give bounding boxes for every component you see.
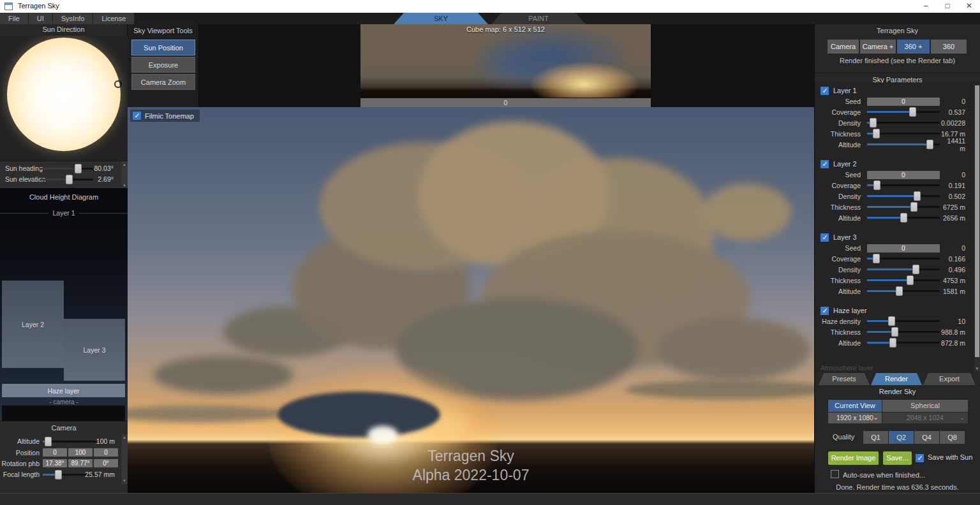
slider-track[interactable] — [867, 279, 940, 281]
slider-handle[interactable] — [873, 129, 880, 138]
param-slider[interactable] — [867, 286, 940, 296]
maximize-icon[interactable]: □ — [937, 0, 958, 13]
view-360-button[interactable]: 360 — [931, 40, 967, 54]
cloud-height-diagram[interactable]: Cloud Height Diagram Layer 1 Layer 2 Lay… — [0, 188, 128, 421]
sky-render-viewport[interactable]: Filmic Tonemap Terragen Sky Alpha 2022-1… — [128, 107, 814, 493]
autosave-checkbox[interactable] — [831, 470, 839, 478]
param-slider[interactable] — [867, 180, 940, 190]
slider-handle[interactable] — [889, 338, 896, 348]
param-slider[interactable] — [867, 118, 940, 128]
checkbox[interactable] — [820, 307, 829, 315]
slider-track[interactable] — [867, 111, 940, 113]
slider-track[interactable] — [867, 331, 940, 333]
menu-item-sysinfo[interactable]: SysInfo — [53, 13, 93, 24]
tab-export[interactable]: Export — [923, 373, 976, 385]
sun-direction-canvas[interactable] — [0, 36, 128, 161]
slider-handle[interactable] — [891, 327, 898, 337]
sun-position-indicator[interactable] — [114, 80, 122, 88]
save-with-sun-checkbox[interactable] — [916, 454, 924, 462]
position-z-field[interactable]: 0 — [94, 448, 118, 457]
render-image-button[interactable]: Render Image — [828, 451, 879, 465]
cubemap-frame-bar[interactable]: 0 — [360, 98, 651, 107]
slider-handle[interactable] — [873, 254, 880, 263]
slider-handle[interactable] — [75, 164, 82, 173]
checkbox[interactable] — [820, 160, 829, 168]
parameters-scrollbar[interactable]: ▼ — [974, 84, 980, 372]
param-slider[interactable] — [867, 107, 940, 117]
param-slider[interactable] — [867, 202, 940, 212]
sun-sliders-scrollbar[interactable]: ▲ ▼ — [121, 161, 128, 189]
checkbox[interactable] — [820, 87, 829, 95]
rotation-b-field[interactable]: 0° — [94, 459, 118, 467]
scrollbar-thumb[interactable] — [975, 85, 979, 357]
quality-q8-button[interactable]: Q8 — [940, 431, 965, 444]
scroll-up-icon[interactable]: ▲ — [121, 434, 128, 441]
camera-zoom-button[interactable]: Camera Zoom — [131, 74, 195, 90]
slider-handle[interactable] — [45, 437, 52, 446]
param-slider[interactable] — [867, 275, 940, 285]
layer3-block[interactable]: Layer 3 — [64, 319, 125, 381]
view-camera-plus-button[interactable]: Camera + — [860, 40, 896, 54]
resolution-dropdown[interactable]: 1920 x 1080 ⌄ — [828, 413, 882, 423]
param-slider[interactable] — [867, 338, 940, 348]
camera-scrollbar[interactable]: ▲ ▼ — [121, 434, 128, 484]
param-slider[interactable] — [867, 327, 940, 337]
slider-handle[interactable] — [873, 180, 880, 190]
current-view-button[interactable]: Current View — [828, 400, 882, 412]
seed-field[interactable]: 0 — [867, 98, 940, 106]
param-slider[interactable] — [867, 213, 940, 223]
slider-track[interactable] — [867, 195, 940, 197]
quality-q4-button[interactable]: Q4 — [914, 431, 939, 444]
save-button[interactable]: Save... — [883, 451, 912, 465]
tab-sky[interactable]: SKY — [394, 13, 488, 24]
param-slider[interactable] — [867, 129, 940, 138]
slider-track[interactable] — [867, 290, 940, 292]
tab-render[interactable]: Render — [871, 373, 922, 385]
param-slider[interactable] — [867, 254, 940, 263]
param-slider[interactable] — [867, 140, 940, 149]
sun-sphere[interactable] — [7, 38, 121, 151]
checkbox[interactable] — [820, 233, 829, 242]
slider-track[interactable] — [867, 122, 940, 124]
param-slider[interactable] — [867, 316, 940, 326]
spherical-button[interactable]: Spherical — [882, 400, 968, 412]
slider-handle[interactable] — [912, 265, 919, 274]
slider-handle[interactable] — [910, 202, 917, 212]
chevron-down-icon[interactable]: ⌄ — [873, 412, 879, 423]
close-icon[interactable]: ✕ — [958, 0, 980, 13]
slider-handle[interactable] — [55, 470, 62, 479]
rotation-h-field[interactable]: 89.77° — [68, 459, 93, 467]
slider-handle[interactable] — [870, 118, 877, 128]
menu-item-license[interactable]: License — [93, 13, 134, 24]
tab-paint[interactable]: PAINT — [491, 13, 586, 24]
position-x-field[interactable]: 0 — [43, 448, 67, 457]
scroll-down-icon[interactable]: ▼ — [974, 365, 980, 372]
param-slider[interactable] — [867, 191, 940, 201]
quality-q1-button[interactable]: Q1 — [863, 431, 888, 444]
position-y-field[interactable]: 100 — [68, 448, 93, 457]
sun-heading-slider[interactable] — [40, 164, 93, 173]
menu-item-ui[interactable]: UI — [29, 13, 52, 24]
exposure-button[interactable]: Exposure — [131, 57, 195, 73]
seed-field[interactable]: 0 — [867, 244, 940, 252]
minimize-icon[interactable]: – — [915, 0, 937, 13]
slider-track[interactable] — [867, 342, 940, 344]
slider-track[interactable] — [867, 320, 940, 322]
view-360-plus-button[interactable]: 360 + — [897, 40, 930, 54]
layer2-block[interactable]: Layer 2 — [2, 281, 64, 368]
checkbox[interactable] — [133, 112, 141, 120]
scroll-down-icon[interactable]: ▼ — [121, 478, 128, 484]
slider-handle[interactable] — [888, 316, 895, 326]
sun-position-button[interactable]: Sun Position — [131, 40, 195, 55]
filmic-tonemap-toggle[interactable]: Filmic Tonemap — [130, 110, 200, 122]
slider-handle[interactable] — [907, 275, 914, 285]
view-camera-button[interactable]: Camera — [828, 40, 859, 54]
slider-track[interactable] — [867, 206, 940, 208]
slider-handle[interactable] — [900, 213, 907, 223]
slider-track[interactable] — [40, 168, 93, 170]
param-slider[interactable] — [867, 265, 940, 274]
seed-field[interactable]: 0 — [867, 171, 940, 179]
scroll-up-icon[interactable]: ▲ — [121, 161, 128, 168]
slider-handle[interactable] — [926, 140, 933, 149]
slider-handle[interactable] — [66, 175, 73, 184]
